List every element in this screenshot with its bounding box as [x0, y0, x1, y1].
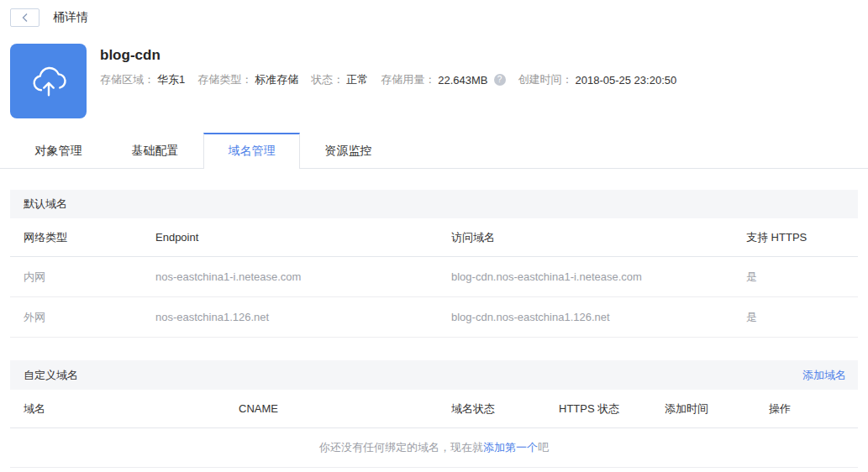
page-title: 桶详情 [53, 10, 88, 25]
col-domain: 域名 [24, 401, 239, 417]
endpoint: nos-eastchina1.126.net [155, 311, 451, 323]
https-support: 是 [746, 310, 858, 325]
access-domain: blog-cdn.nos-eastchina1-i.netease.com [451, 270, 746, 283]
custom-domain-section-title: 自定义域名 [24, 368, 78, 383]
col-actions: 操作 [769, 401, 858, 417]
custom-domain-table-header: 域名 CNAME 域名状态 HTTPS 状态 添加时间 操作 [10, 390, 858, 428]
meta-storage-usage: 存储用量： 22.643MB ? [381, 72, 505, 87]
help-icon[interactable]: ? [494, 74, 506, 86]
empty-state-suffix: 吧 [538, 440, 549, 455]
bucket-header: blog-cdn 存储区域： 华东1 存储类型： 标准存储 状态： 正常 存储用… [0, 35, 868, 118]
meta-storage-type: 存储类型： 标准存储 [197, 72, 298, 87]
custom-domain-section-header: 自定义域名 添加域名 [10, 360, 858, 390]
https-support: 是 [746, 270, 858, 285]
default-domain-table-header: 网络类型 Endpoint 访问域名 支持 HTTPS [10, 218, 858, 257]
col-network-type: 网络类型 [24, 230, 155, 245]
tab-basic-config[interactable]: 基础配置 [107, 133, 203, 168]
col-https-support: 支持 HTTPS [746, 230, 858, 245]
bucket-info: blog-cdn 存储区域： 华东1 存储类型： 标准存储 状态： 正常 存储用… [100, 44, 689, 118]
empty-state-text: 你还没有任何绑定的域名，现在就 [319, 440, 483, 455]
col-access-domain: 访问域名 [451, 230, 746, 245]
tab-resource-monitor[interactable]: 资源监控 [300, 133, 397, 168]
bucket-name: blog-cdn [100, 46, 689, 65]
tab-object-management[interactable]: 对象管理 [10, 133, 107, 168]
bucket-cloud-upload-icon [10, 44, 87, 118]
endpoint: nos-eastchina1-i.netease.com [155, 270, 451, 283]
meta-created-time: 创建时间： 2018-05-25 23:20:50 [518, 72, 677, 87]
chevron-left-icon [19, 12, 31, 24]
access-domain: blog-cdn.nos-eastchina1.126.net [451, 311, 746, 323]
back-button[interactable] [10, 8, 39, 27]
col-https-status: HTTPS 状态 [559, 401, 665, 417]
bucket-meta: 存储区域： 华东1 存储类型： 标准存储 状态： 正常 存储用量： 22.643… [100, 72, 689, 87]
tab-bar: 对象管理 基础配置 域名管理 资源监控 [0, 133, 868, 169]
empty-state: 你还没有任何绑定的域名，现在就添加第一个吧 [10, 428, 858, 468]
col-endpoint: Endpoint [155, 231, 451, 244]
table-row: 外网 nos-eastchina1.126.net blog-cdn.nos-e… [10, 297, 858, 338]
network-type: 外网 [24, 310, 155, 325]
table-row: 内网 nos-eastchina1-i.netease.com blog-cdn… [10, 257, 858, 297]
tab-content: 默认域名 网络类型 Endpoint 访问域名 支持 HTTPS 内网 nos-… [10, 190, 858, 468]
tab-domain-management[interactable]: 域名管理 [203, 133, 300, 169]
col-cname: CNAME [239, 402, 451, 415]
meta-status: 状态： 正常 [311, 72, 368, 87]
meta-storage-region: 存储区域： 华东1 [100, 72, 185, 87]
col-domain-status: 域名状态 [451, 401, 559, 417]
default-domain-section-title: 默认域名 [24, 197, 67, 212]
top-bar: 桶详情 [0, 0, 868, 35]
col-add-time: 添加时间 [665, 401, 769, 417]
add-first-domain-link[interactable]: 添加第一个 [483, 440, 538, 455]
default-domain-section-header: 默认域名 [10, 190, 858, 218]
network-type: 内网 [24, 270, 155, 285]
add-domain-button[interactable]: 添加域名 [802, 368, 846, 383]
